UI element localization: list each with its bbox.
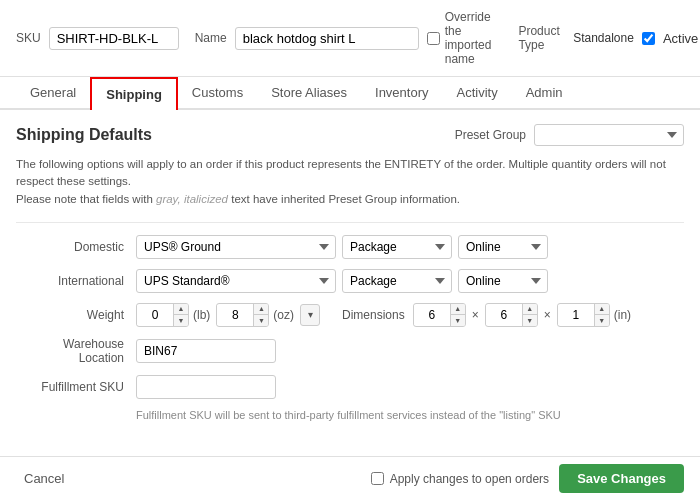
shipping-notice: The following options will apply to an o… (16, 156, 684, 208)
domestic-carrier-select[interactable]: UPS® Ground (136, 235, 336, 259)
dim-y-spinner: ▲ ▼ (485, 303, 538, 327)
dim-y-input[interactable] (486, 305, 522, 325)
international-row: International UPS Standard® Package Onli… (16, 269, 684, 293)
dim-y-buttons: ▲ ▼ (522, 304, 537, 326)
fulfillment-input[interactable] (136, 375, 276, 399)
right-top: Product Type Standalone Active ? (518, 24, 700, 52)
tab-store-aliases[interactable]: Store Aliases (257, 77, 361, 108)
apply-checkbox[interactable] (371, 472, 384, 485)
override-group: Override the imported name (427, 10, 503, 66)
dim-x-up[interactable]: ▲ (451, 304, 465, 315)
dim-x-buttons: ▲ ▼ (450, 304, 465, 326)
weight-oz-buttons: ▲ ▼ (253, 304, 268, 326)
domestic-label: Domestic (16, 240, 136, 254)
section-header: Shipping Defaults Preset Group (16, 124, 684, 146)
warehouse-controls (136, 339, 684, 363)
dim-z-buttons: ▲ ▼ (594, 304, 609, 326)
dim-z-input[interactable] (558, 305, 594, 325)
fulfillment-controls (136, 375, 684, 399)
weight-lb-input[interactable] (137, 305, 173, 325)
dim-y-down[interactable]: ▼ (523, 315, 537, 326)
tab-inventory[interactable]: Inventory (361, 77, 442, 108)
weight-oz-down[interactable]: ▼ (254, 315, 268, 326)
weight-lb-unit: (lb) (193, 308, 210, 322)
weight-oz-spinner: ▲ ▼ (216, 303, 269, 327)
domestic-controls: UPS® Ground Package Online (136, 235, 684, 259)
international-controls: UPS Standard® Package Online (136, 269, 684, 293)
dimensions-group: Dimensions ▲ ▼ × ▲ ▼ × (342, 303, 631, 327)
weight-lb-group: ▲ ▼ (lb) (136, 303, 210, 327)
footer: Cancel Apply changes to open orders Save… (0, 456, 700, 500)
international-carrier-select[interactable]: UPS Standard® (136, 269, 336, 293)
dimensions-label: Dimensions (342, 308, 405, 322)
domestic-package-select[interactable]: Package (342, 235, 452, 259)
sku-input[interactable] (49, 27, 179, 50)
sku-label: SKU (16, 31, 41, 45)
save-button[interactable]: Save Changes (559, 464, 684, 493)
active-label: Active (663, 31, 698, 46)
tab-activity[interactable]: Activity (443, 77, 512, 108)
tab-admin[interactable]: Admin (512, 77, 577, 108)
dim-z-up[interactable]: ▲ (595, 304, 609, 315)
notice-line2-end: text have inherited Preset Group informa… (228, 193, 460, 205)
dim-unit: (in) (614, 308, 631, 322)
tabs: General Shipping Customs Store Aliases I… (0, 77, 700, 110)
tab-customs[interactable]: Customs (178, 77, 257, 108)
dim-z-down[interactable]: ▼ (595, 315, 609, 326)
override-label: Override the imported name (445, 10, 503, 66)
dim-z-spinner: ▲ ▼ (557, 303, 610, 327)
warehouse-row: Warehouse Location (16, 337, 684, 365)
weight-dimensions-row: Weight ▲ ▼ (lb) ▲ ▼ (16, 303, 684, 327)
apply-label: Apply changes to open orders (390, 472, 549, 486)
preset-group: Preset Group (455, 124, 684, 146)
cancel-button[interactable]: Cancel (16, 467, 72, 490)
domestic-row: Domestic UPS® Ground Package Online (16, 235, 684, 259)
preset-label: Preset Group (455, 128, 526, 142)
weight-oz-unit: (oz) (273, 308, 294, 322)
warehouse-label: Warehouse Location (16, 337, 136, 365)
tab-general[interactable]: General (16, 77, 90, 108)
weight-lb-down[interactable]: ▼ (174, 315, 188, 326)
preset-select[interactable] (534, 124, 684, 146)
content: Shipping Defaults Preset Group The follo… (0, 110, 700, 435)
warehouse-input[interactable] (136, 339, 276, 363)
international-package-select[interactable]: Package (342, 269, 452, 293)
domestic-rate-select[interactable]: Online (458, 235, 548, 259)
tab-shipping[interactable]: Shipping (90, 77, 178, 110)
name-label: Name (195, 31, 227, 45)
apply-group: Apply changes to open orders (371, 472, 549, 486)
sku-group: SKU (16, 27, 179, 50)
name-group: Name Override the imported name (195, 10, 503, 66)
dim-sep-1: × (472, 308, 479, 322)
weight-lb-buttons: ▲ ▼ (173, 304, 188, 326)
weight-controls: ▲ ▼ (lb) ▲ ▼ (oz) ▾ Dimensions (136, 303, 684, 327)
product-type-value: Standalone (573, 31, 634, 45)
dim-x-down[interactable]: ▼ (451, 315, 465, 326)
fulfillment-row: Fulfillment SKU (16, 375, 684, 399)
top-bar: SKU Name Override the imported name Prod… (0, 0, 700, 77)
weight-oz-up[interactable]: ▲ (254, 304, 268, 315)
weight-oz-group: ▲ ▼ (oz) (216, 303, 294, 327)
dim-y-up[interactable]: ▲ (523, 304, 537, 315)
fulfillment-label: Fulfillment SKU (16, 380, 136, 394)
dim-sep-2: × (544, 308, 551, 322)
notice-italic: gray, italicized (156, 193, 228, 205)
weight-label: Weight (16, 308, 136, 322)
international-rate-select[interactable]: Online (458, 269, 548, 293)
weight-options-icon[interactable]: ▾ (300, 304, 320, 326)
dim-x-spinner: ▲ ▼ (413, 303, 466, 327)
weight-lb-up[interactable]: ▲ (174, 304, 188, 315)
active-checkbox[interactable] (642, 32, 655, 45)
international-label: International (16, 274, 136, 288)
product-type-label: Product Type (518, 24, 565, 52)
weight-lb-spinner: ▲ ▼ (136, 303, 189, 327)
weight-oz-input[interactable] (217, 305, 253, 325)
dim-x-input[interactable] (414, 305, 450, 325)
section-title: Shipping Defaults (16, 126, 152, 144)
notice-line2: Please note that fields with (16, 193, 156, 205)
override-checkbox[interactable] (427, 32, 440, 45)
footer-right: Apply changes to open orders Save Change… (371, 464, 684, 493)
notice-line1: The following options will apply to an o… (16, 158, 666, 187)
fulfillment-note: Fulfillment SKU will be sent to third-pa… (136, 409, 684, 421)
name-input[interactable] (235, 27, 419, 50)
